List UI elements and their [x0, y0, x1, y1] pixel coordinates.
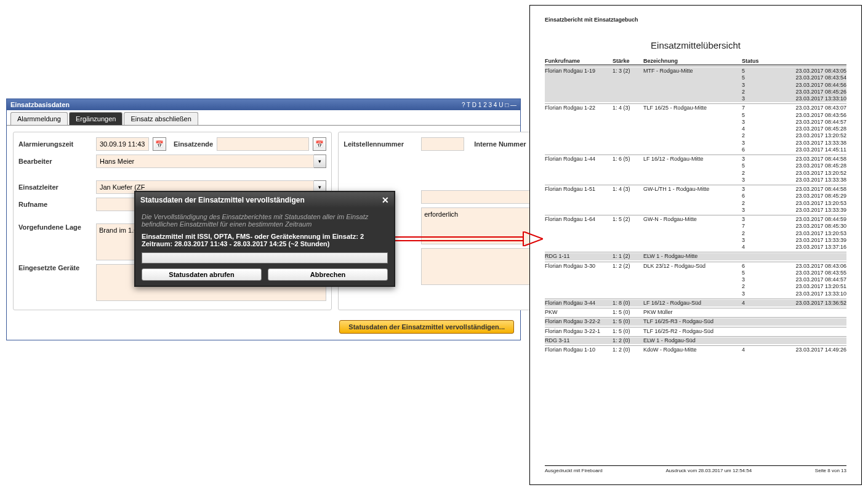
status-modal: Statusdaten der Einsatzmittel vervollstä… [134, 191, 395, 287]
tab-alarmmeldung[interactable]: Alarmmeldung [10, 112, 68, 125]
tab-ergaenzungen[interactable]: Ergänzungen [69, 112, 123, 125]
input-alarmierungszeit[interactable] [96, 137, 149, 151]
calendar-icon[interactable]: 📅 [313, 137, 326, 151]
label-einsatzende: Einsatzende [174, 140, 213, 148]
input-einsatzende[interactable] [217, 137, 309, 151]
col-bezeichnung: Bezeichnung [643, 58, 742, 64]
report-title: Einsatzmittelübersicht [545, 40, 846, 50]
modal-description: Die Vervollständigung des Einsatzbericht… [142, 213, 388, 228]
arrow-icon [389, 231, 543, 246]
table-row: RDG 1-111: 1 (2)ELW 1 - Rodgau-Mitte [545, 252, 846, 260]
label-vorgefunden: Vorgefundene Lage [18, 223, 92, 231]
label-bearbeiter: Bearbeiter [18, 158, 92, 165]
table-row: RDG 3-111: 2 (0)ELW 1 - Rodgau-Süd [545, 336, 846, 344]
table-row: Florian Rodgau 1-511: 4 (3)GW-L/TH 1 - R… [545, 185, 846, 214]
col-funkrufname: Funkrufname [545, 58, 613, 64]
label-alarmierungszeit: Alarmierungszeit [18, 140, 92, 148]
window-titlebar: Einsatzbasisdaten ? T D 1 2 3 4 U □ — [7, 99, 520, 110]
table-row: Florian Rodgau 3-22-11: 5 (0)TLF 16/25-R… [545, 327, 846, 335]
window-title: Einsatzbasisdaten [10, 101, 70, 108]
report-table-header: Funkrufname Stärke Bezeichnung Status [545, 58, 846, 65]
modal-title: Statusdaten der Einsatzmittel vervollstä… [140, 196, 305, 204]
fetch-button[interactable]: Statusdaten abrufen [142, 268, 262, 281]
svg-rect-0 [389, 237, 523, 241]
table-row: Florian Rodgau 3-301: 2 (2)DLK 23/12 - R… [545, 262, 846, 297]
label-rufname: Rufname [18, 201, 92, 208]
report-subheader: Einsatzbericht mit Einsatztagebuch [545, 17, 846, 23]
modal-info: Einsatzmittel mit ISSI, OPTA, FMS- oder … [142, 233, 388, 247]
window-controls[interactable]: ? T D 1 2 3 4 U □ — [462, 102, 516, 108]
col-status: Status [742, 58, 760, 64]
table-row: Florian Rodgau 1-101: 2 (0)KdoW - Rodgau… [545, 345, 846, 353]
col-staerke: Stärke [613, 58, 643, 64]
modal-body: Die Vervollständigung des Einsatzbericht… [135, 208, 394, 286]
tab-einsatz-abschliessen[interactable]: Einsatz abschließen [124, 112, 198, 125]
dropdown-icon[interactable] [314, 155, 326, 168]
report-table-body: Florian Rodgau 1-191: 3 (2)MTF - Rodgau-… [545, 66, 846, 353]
table-row: Florian Rodgau 1-441: 6 (5)LF 16/12 - Ro… [545, 155, 846, 183]
footer-mid: Ausdruck vom 28.03.2017 um 12:54:54 [666, 468, 752, 473]
input-leitstelle[interactable] [421, 137, 464, 151]
calendar-icon[interactable]: 📅 [153, 137, 166, 151]
close-icon[interactable]: ✕ [382, 195, 389, 205]
footer-area: Statusdaten der Einsatzmittel vervollstä… [7, 316, 520, 340]
input-bearbeiter[interactable] [96, 155, 314, 168]
col-time [760, 58, 846, 64]
table-row: Florian Rodgau 1-221: 4 (3)TLF 16/25 - R… [545, 103, 846, 153]
report-footer: Ausgedruckt mit Fireboard Ausdruck vom 2… [545, 465, 846, 473]
label-einsatzleiter: Einsatzleiter [18, 183, 92, 191]
footer-right: Seite 8 von 13 [815, 468, 846, 473]
label-intern: Interne Nummer [474, 140, 526, 148]
svg-marker-1 [523, 231, 543, 246]
table-row: Florian Rodgau 3-22-21: 5 (0)TLF 16/25-R… [545, 317, 846, 325]
label-leitstelle: Leitstellennummer [344, 140, 417, 148]
tab-bar: Alarmmeldung Ergänzungen Einsatz abschli… [7, 110, 520, 126]
table-row: Florian Rodgau 1-641: 5 (2)GW-N - Rodgau… [545, 215, 846, 251]
table-row: Florian Rodgau 1-191: 3 (2)MTF - Rodgau-… [545, 66, 846, 102]
label-geraete: Eingesetzte Geräte [18, 264, 92, 271]
progress-bar [142, 252, 388, 263]
cancel-button[interactable]: Abbrechen [268, 268, 388, 281]
modal-titlebar: Statusdaten der Einsatzmittel vervollstä… [135, 192, 394, 208]
table-row: Florian Rodgau 3-441: 8 (0)LF 16/12 - Ro… [545, 299, 846, 307]
table-row: PKW1: 5 (0)PKW Müller [545, 308, 846, 316]
complete-status-button[interactable]: Statusdaten der Einsatzmittel vervollstä… [339, 320, 514, 334]
footer-left: Ausgedruckt mit Fireboard [545, 468, 603, 473]
report-page: Einsatzbericht mit Einsatztagebuch Einsa… [529, 5, 862, 485]
